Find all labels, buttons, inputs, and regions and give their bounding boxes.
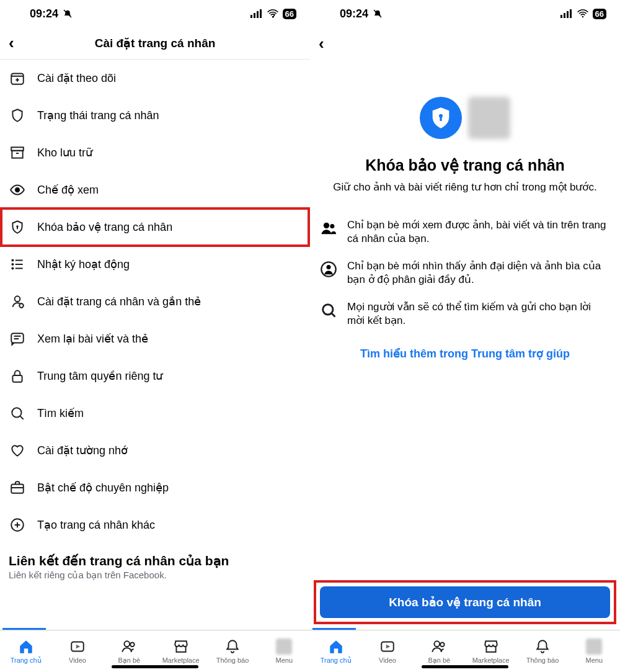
promo-heading: Khóa bảo vệ trang cá nhân xyxy=(320,156,610,174)
home-indicator xyxy=(422,665,508,668)
tab-notifications[interactable]: Thông báo xyxy=(206,630,258,672)
row-archive[interactable]: Kho lưu trữ xyxy=(0,134,310,171)
tab-video[interactable]: Video xyxy=(361,630,413,672)
people-icon xyxy=(320,220,337,237)
avatar-blurred xyxy=(468,97,510,139)
briefcase-icon xyxy=(9,479,26,496)
svg-rect-26 xyxy=(564,13,565,18)
back-button[interactable]: ‹ xyxy=(9,34,14,53)
menu-avatar xyxy=(586,638,602,655)
svg-point-35 xyxy=(327,265,331,269)
svg-point-38 xyxy=(435,641,440,647)
section-title: Liên kết đến trang cá nhân của bạn xyxy=(0,544,310,568)
svg-point-15 xyxy=(19,303,24,308)
svg-rect-16 xyxy=(11,333,24,343)
page-header: ‹ Cài đặt trang cá nhân xyxy=(0,27,310,60)
svg-rect-2 xyxy=(254,13,255,18)
friends-icon xyxy=(431,638,447,655)
cta-highlight: Khóa bảo vệ trang cá nhân xyxy=(314,580,616,624)
svg-rect-27 xyxy=(567,11,569,18)
row-follow-settings[interactable]: Cài đặt theo dõi xyxy=(0,60,310,97)
row-professional-mode[interactable]: Bật chế độ chuyên nghiệp xyxy=(0,469,310,506)
follow-plus-icon xyxy=(9,69,26,87)
svg-rect-28 xyxy=(570,9,572,18)
svg-point-11 xyxy=(12,259,13,261)
svg-point-39 xyxy=(440,642,445,647)
page-header: ‹ xyxy=(310,27,620,60)
bullet-search: Mọi người vẫn sẽ có thể tìm kiếm và gửi … xyxy=(320,300,610,328)
page-title: Cài đặt trang cá nhân xyxy=(0,36,310,50)
row-memorialization[interactable]: Cài đặt tường nhớ xyxy=(0,432,310,469)
settings-list: Cài đặt theo dõi Trạng thái trang cá nhâ… xyxy=(0,60,310,628)
row-profile-status[interactable]: Trạng thái trang cá nhân xyxy=(0,97,310,134)
shield-icon xyxy=(9,107,26,124)
row-search[interactable]: Tìm kiếm xyxy=(0,395,310,432)
lock-profile-button[interactable]: Khóa bảo vệ trang cá nhân xyxy=(320,586,610,618)
shield-badge-icon xyxy=(420,97,462,139)
svg-point-13 xyxy=(12,267,13,269)
heart-icon xyxy=(9,442,26,459)
status-time: 09:24 xyxy=(30,7,58,20)
svg-rect-1 xyxy=(250,15,252,18)
tab-video[interactable]: Video xyxy=(51,630,103,672)
archive-icon xyxy=(9,144,26,161)
tab-menu[interactable]: Menu xyxy=(569,630,620,672)
svg-rect-31 xyxy=(440,117,441,121)
home-icon xyxy=(328,638,344,655)
row-privacy-center[interactable]: Trung tâm quyền riêng tư xyxy=(0,357,310,395)
home-icon xyxy=(18,638,34,655)
learn-more-link[interactable]: Tìm hiểu thêm trong Trung tâm trợ giúp xyxy=(320,347,610,361)
row-profile-lock[interactable]: Khóa bảo vệ trang cá nhân xyxy=(0,207,310,247)
row-review-posts[interactable]: Xem lại bài viết và thẻ xyxy=(0,320,310,357)
tab-menu[interactable]: Menu xyxy=(259,630,310,672)
search-icon xyxy=(9,405,26,422)
status-bar: 09:24 66 xyxy=(310,0,620,27)
svg-point-9 xyxy=(16,188,20,192)
battery-pill: 66 xyxy=(593,9,606,19)
section-subtitle: Liên kết riêng của bạn trên Facebook. xyxy=(0,568,310,587)
person-gear-icon xyxy=(9,293,26,310)
wifi-icon xyxy=(267,9,279,19)
svg-point-32 xyxy=(324,223,329,228)
cellular-icon xyxy=(560,9,573,18)
plus-circle-icon xyxy=(9,516,26,534)
svg-point-33 xyxy=(330,224,334,228)
bell-icon xyxy=(534,638,551,655)
battery-pill: 66 xyxy=(283,9,296,19)
svg-rect-19 xyxy=(11,485,24,493)
svg-point-23 xyxy=(130,642,135,647)
svg-rect-25 xyxy=(560,15,562,18)
tab-notifications[interactable]: Thông báo xyxy=(516,630,568,672)
row-activity-log[interactable]: Nhật ký hoạt động xyxy=(0,246,310,283)
promo-body: Khóa bảo vệ trang cá nhân Giữ cho ảnh và… xyxy=(310,60,620,580)
svg-point-22 xyxy=(125,641,130,647)
status-bar: 09:24 66 xyxy=(0,0,310,27)
video-icon xyxy=(379,638,396,655)
phone-left: 09:24 66 ‹ Cài đặt trang cá nhân Cài đặt… xyxy=(0,0,310,672)
row-view-as[interactable]: Chế độ xem xyxy=(0,171,310,208)
cellular-icon xyxy=(250,9,263,18)
row-create-profile[interactable]: Tạo trang cá nhân khác xyxy=(0,506,310,544)
tab-home[interactable]: Trang chủ xyxy=(310,630,361,672)
row-profile-tagging[interactable]: Cài đặt trang cá nhân và gắn thẻ xyxy=(0,283,310,320)
bullet-avatar: Chỉ bạn bè mới nhìn thấy ảnh đại diện và… xyxy=(320,259,610,287)
svg-point-36 xyxy=(323,305,333,315)
status-time: 09:24 xyxy=(340,7,368,20)
svg-point-12 xyxy=(12,264,13,265)
svg-rect-17 xyxy=(12,375,22,382)
wifi-icon xyxy=(577,9,589,19)
back-button[interactable]: ‹ xyxy=(319,34,324,53)
svg-point-18 xyxy=(12,408,21,417)
silent-icon xyxy=(372,8,383,19)
shop-icon xyxy=(483,638,499,655)
silent-icon xyxy=(62,8,73,19)
list-icon xyxy=(9,256,26,273)
menu-avatar xyxy=(276,638,292,655)
svg-point-29 xyxy=(582,16,583,18)
svg-rect-4 xyxy=(260,9,262,18)
promo-desc: Giữ cho ảnh và bài viết riêng tư hơn chỉ… xyxy=(320,181,610,194)
tab-home[interactable]: Trang chủ xyxy=(0,630,51,672)
shop-icon xyxy=(173,638,189,655)
search-icon xyxy=(320,302,337,319)
svg-point-14 xyxy=(15,296,20,302)
